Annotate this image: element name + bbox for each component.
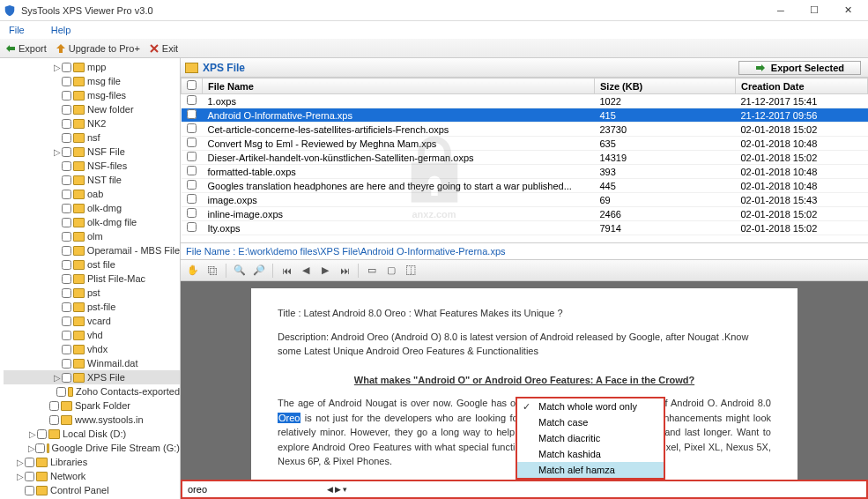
col-date[interactable]: Creation Date [736, 78, 868, 94]
folder-icon [36, 458, 48, 467]
folder-icon [73, 345, 85, 354]
folder-icon [36, 486, 48, 495]
minimize-button[interactable]: ─ [764, 2, 798, 19]
match-option[interactable]: Match alef hamza [517, 462, 664, 478]
tree-item[interactable]: ▷Libraries [4, 455, 180, 469]
table-row[interactable]: Googles translation headphones are here … [182, 179, 868, 193]
maximize-button[interactable]: ☐ [798, 2, 831, 19]
tree-item[interactable]: Control Panel [4, 483, 180, 497]
folder-icon [73, 147, 85, 157]
file-table: File Name Size (KB) Creation Date 1.oxps… [181, 78, 868, 235]
tree-item[interactable]: ▷mpp [4, 60, 180, 74]
tree-item[interactable]: www.systools.in [4, 413, 180, 427]
last-page-icon[interactable]: ⏭ [336, 263, 353, 279]
match-option[interactable]: Match case [517, 414, 664, 430]
close-button[interactable]: ✕ [831, 2, 864, 19]
main-toolbar: Export Upgrade to Pro+ Exit [0, 39, 868, 58]
tree-item[interactable]: vhd [4, 328, 180, 342]
tree-item[interactable]: msg file [4, 74, 180, 88]
export-icon [755, 63, 766, 73]
table-row[interactable]: Ity.oxps791402-01-2018 15:02 [182, 221, 868, 235]
prev-page-icon[interactable]: ◀ [297, 263, 315, 279]
search-highlight: Oreo [278, 413, 300, 423]
match-option[interactable]: Match kashida [517, 446, 664, 462]
tree-item[interactable]: olk-dmg [4, 201, 180, 215]
tree-item[interactable]: ost file [4, 257, 180, 272]
match-options-menu[interactable]: Match whole word onlyMatch caseMatch dia… [516, 397, 665, 480]
fit-page-icon[interactable]: ▢ [382, 263, 400, 279]
hand-tool-icon[interactable]: ✋ [184, 263, 202, 279]
search-options-icon[interactable]: ▾ [343, 485, 347, 494]
tree-item[interactable]: ▷Network [4, 469, 180, 483]
tree-item[interactable]: oab [4, 187, 180, 201]
search-input[interactable] [182, 482, 323, 496]
col-filename[interactable]: File Name [203, 78, 595, 94]
tree-item[interactable]: ▷NSF File [4, 145, 180, 159]
tree-item[interactable]: NST file [4, 173, 180, 187]
tree-item[interactable]: vcard [4, 314, 180, 328]
menu-bar: File Help [0, 21, 868, 39]
folder-icon [73, 161, 85, 171]
match-option[interactable]: Match diacritic [517, 430, 664, 446]
tree-item[interactable]: olk-dmg file [4, 215, 180, 229]
title-bar: SysTools XPS Viewer Pro v3.0 ─ ☐ ✕ [0, 0, 868, 21]
doc-title: Title : Latest Android 8.0 Oreo : What F… [278, 306, 771, 321]
next-page-icon[interactable]: ▶ [316, 263, 334, 279]
tree-item[interactable]: pst-file [4, 300, 180, 314]
table-row[interactable]: Cet-article-concerne-les-satellites-arti… [182, 123, 868, 137]
file-table-wrap[interactable]: File Name Size (KB) Creation Date 1.oxps… [181, 78, 868, 243]
tree-item[interactable]: pst [4, 286, 180, 300]
tree-item[interactable]: Winmail.dat [4, 356, 180, 370]
folder-icon [61, 401, 72, 411]
tree-item[interactable]: NK2 [4, 116, 180, 130]
search-prev-icon[interactable]: ◀ [327, 485, 333, 494]
copy-icon[interactable]: ⿻ [204, 263, 221, 279]
tree-item[interactable]: NSF-files [4, 159, 180, 173]
tree-item[interactable]: Zoho Contacts-exported [4, 384, 180, 398]
folder-icon [73, 317, 85, 326]
menu-file[interactable]: File [9, 25, 25, 35]
tree-item[interactable]: Spark Folder [4, 398, 180, 413]
two-page-icon[interactable]: ⿰ [402, 263, 419, 279]
fit-width-icon[interactable]: ▭ [363, 263, 381, 279]
folder-icon [73, 119, 85, 129]
export-selected-button[interactable]: Export Selected [738, 61, 861, 75]
select-all-checkbox[interactable] [187, 80, 197, 90]
table-row[interactable]: formatted-table.oxps39302-01-2018 10:48 [182, 165, 868, 179]
upgrade-button[interactable]: Upgrade to Pro+ [56, 43, 140, 54]
table-row[interactable]: Dieser-Artikel-handelt-von-künstlichen-S… [182, 151, 868, 165]
search-next-icon[interactable]: ▶ [335, 485, 341, 494]
table-row[interactable]: Android O-Informative-Prerna.xps41521-12… [182, 108, 868, 123]
tree-item[interactable]: ▷XPS File [4, 370, 180, 384]
folder-icon [73, 204, 85, 213]
table-row[interactable]: image.oxps6902-01-2018 15:43 [182, 193, 868, 207]
table-row[interactable]: 1.oxps102221-12-2017 15:41 [182, 94, 868, 108]
zoom-out-icon[interactable]: 🔎 [250, 263, 268, 279]
match-option[interactable]: Match whole word only [517, 398, 664, 414]
folder-tree[interactable]: ▷mppmsg filemsg-filesNew folderNK2nsf▷NS… [0, 58, 181, 499]
tree-item[interactable]: msg-files [4, 88, 180, 102]
exit-button[interactable]: Exit [149, 43, 178, 54]
first-page-icon[interactable]: ⏮ [278, 263, 295, 279]
col-size[interactable]: Size (KB) [595, 78, 736, 94]
folder-icon [73, 246, 85, 256]
menu-help[interactable]: Help [51, 25, 71, 35]
export-icon [5, 43, 16, 54]
doc-description: Description: Android Oreo (Android O) 8.… [278, 330, 771, 359]
folder-icon [36, 472, 48, 481]
tree-item[interactable]: Operamail - MBS File [4, 243, 180, 257]
table-row[interactable]: inline-image.oxps246602-01-2018 15:02 [182, 207, 868, 221]
table-row[interactable]: Convert Msg to Eml - Reviewed by Meghna … [182, 137, 868, 151]
tree-item[interactable]: vhdx [4, 342, 180, 356]
tree-item[interactable]: New folder [4, 102, 180, 116]
tree-item[interactable]: Plist File-Mac [4, 272, 180, 286]
zoom-in-icon[interactable]: 🔍 [231, 263, 249, 279]
tree-item[interactable]: ▷Google Drive File Stream (G:) [4, 441, 180, 455]
folder-icon [73, 175, 85, 185]
folder-icon [73, 373, 85, 383]
tree-item[interactable]: nsf [4, 130, 180, 145]
export-button[interactable]: Export [5, 43, 47, 54]
tree-item[interactable]: olm [4, 229, 180, 243]
folder-icon [73, 133, 85, 143]
tree-item[interactable]: ▷Local Disk (D:) [4, 427, 180, 441]
